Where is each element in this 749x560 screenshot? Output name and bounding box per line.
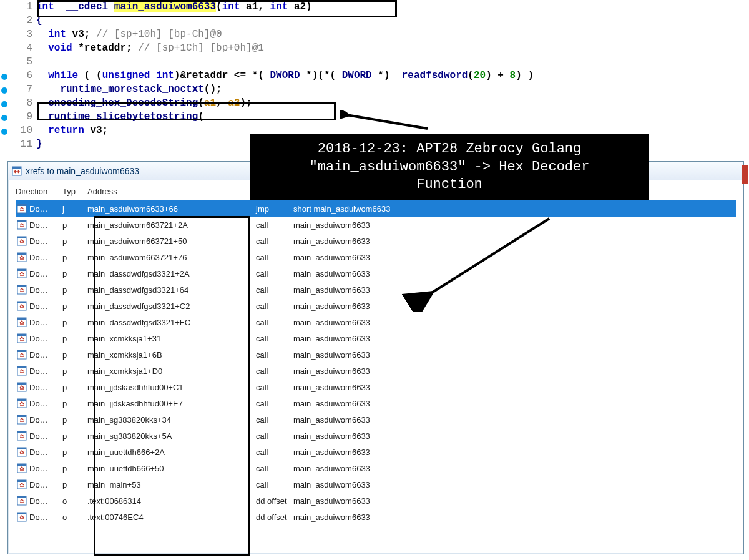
code-line[interactable]: 3 int v3; // [sp+10h] [bp-Ch]@0 xyxy=(0,27,749,41)
xref-instruction: call xyxy=(256,350,293,360)
xref-direction: Do… xyxy=(28,464,62,473)
svg-line-1 xyxy=(431,219,549,293)
line-number: 7 xyxy=(0,84,36,95)
xref-row-icon xyxy=(16,512,28,522)
xref-row-icon xyxy=(16,463,28,473)
xref-type: p xyxy=(62,464,87,473)
xref-address: main_sg383820kks+34 xyxy=(87,415,256,425)
xref-row-icon xyxy=(16,285,28,295)
code-line[interactable]: 4 void *retaddr; // [sp+1Ch] [bp+0h]@1 xyxy=(0,41,749,55)
code-text xyxy=(36,56,42,67)
xref-direction: Do… xyxy=(28,237,62,246)
xref-instruction: jmp xyxy=(256,204,293,214)
xref-instruction: call xyxy=(256,285,293,295)
code-line[interactable]: 6 while ( (unsigned int)&retaddr <= *(_D… xyxy=(0,69,749,82)
breakpoint-dot[interactable] xyxy=(1,74,7,80)
xrefs-row[interactable]: Do…pmain_xcmkksja1+D0callmain_asduiwom66… xyxy=(16,363,736,379)
xref-type: p xyxy=(62,237,87,246)
col-header-type[interactable]: Typ xyxy=(62,187,87,196)
line-number: 1 xyxy=(0,1,36,12)
breakpoint-dot[interactable] xyxy=(1,115,7,121)
xref-target: main_asduiwom6633 xyxy=(293,366,736,376)
xrefs-row[interactable]: Do…pmain_xcmkksja1+6Bcallmain_asduiwom66… xyxy=(16,346,736,363)
svg-rect-23 xyxy=(17,350,26,352)
xref-instruction: call xyxy=(256,269,293,278)
col-header-address[interactable]: Address xyxy=(87,187,256,196)
xref-type: j xyxy=(62,204,87,214)
annotation-line: "main_asduiwom6633" -> Hex Decoder xyxy=(258,159,640,177)
breakpoint-dot[interactable] xyxy=(1,129,7,135)
xref-direction: Do… xyxy=(28,334,62,343)
svg-rect-25 xyxy=(17,366,26,368)
xref-target: main_asduiwom6633 xyxy=(293,448,736,457)
xrefs-row[interactable]: Do…pmain_sg383820kks+34callmain_asduiwom… xyxy=(16,411,736,428)
svg-rect-29 xyxy=(17,399,26,401)
xrefs-row[interactable]: Do…pmain_jjdskasdhhfud00+E7callmain_asdu… xyxy=(16,395,736,411)
xref-address: main_xcmkksja1+6B xyxy=(87,350,256,360)
code-text: while ( (unsigned int)&retaddr <= *(_DWO… xyxy=(36,70,534,81)
xref-row-icon xyxy=(16,204,28,214)
xref-type: p xyxy=(62,220,87,230)
xrefs-row[interactable]: Do…pmain_uuettdh666+50callmain_asduiwom6… xyxy=(16,460,736,476)
xref-direction: Do… xyxy=(28,513,62,522)
xref-instruction: call xyxy=(256,220,293,230)
xref-row-icon xyxy=(16,268,28,278)
code-text: runtime_slicebytetostring( xyxy=(36,111,204,122)
xref-address: main_jjdskasdhhfud00+C1 xyxy=(87,383,256,392)
svg-rect-19 xyxy=(17,318,26,320)
annotation-line: 2018-12-23: APT28 Zebrocy Golang xyxy=(258,140,640,159)
xref-type: p xyxy=(62,366,87,376)
xref-direction: Do… xyxy=(28,318,62,327)
xref-target: main_asduiwom6633 xyxy=(293,383,736,392)
svg-rect-27 xyxy=(17,383,26,385)
window-close-sliver[interactable] xyxy=(742,165,748,184)
breakpoint-dot[interactable] xyxy=(1,101,7,107)
col-header-direction[interactable]: Direction xyxy=(16,187,62,196)
xrefs-row[interactable]: Do…pmain_dassdwdfgsd3321+FCcallmain_asdu… xyxy=(16,314,736,330)
svg-rect-41 xyxy=(17,496,26,498)
svg-rect-31 xyxy=(17,415,26,417)
line-number: 2 xyxy=(0,15,36,26)
xref-row-icon xyxy=(16,382,28,392)
svg-rect-35 xyxy=(17,448,26,449)
xref-address: main_uuettdh666+2A xyxy=(87,448,256,457)
annotation-arrow-1 xyxy=(340,110,434,135)
xref-target: main_asduiwom6633 xyxy=(293,415,736,425)
xref-direction: Do… xyxy=(28,366,62,376)
xref-row-icon xyxy=(16,479,28,489)
xrefs-row[interactable]: Do…pmain_main+53callmain_asduiwom6633 xyxy=(16,476,736,493)
xref-direction: Do… xyxy=(28,269,62,278)
xrefs-row[interactable]: Do…pmain_sg383820kks+5Acallmain_asduiwom… xyxy=(16,428,736,444)
xref-type: p xyxy=(62,480,87,489)
xref-instruction: call xyxy=(256,253,293,262)
code-line[interactable]: 1int __cdecl main_asduiwom6633(int a1, i… xyxy=(0,0,749,14)
code-text: runtime_morestack_noctxt(); xyxy=(36,84,222,95)
xrefs-row[interactable]: Do…pmain_jjdskasdhhfud00+C1callmain_asdu… xyxy=(16,379,736,395)
xref-target: main_asduiwom6633 xyxy=(293,496,736,506)
code-line[interactable]: 2{ xyxy=(0,14,749,27)
code-line[interactable]: 7 runtime_morestack_noctxt(); xyxy=(0,82,749,96)
breakpoint-dot[interactable] xyxy=(1,87,7,94)
code-text: return v3; xyxy=(36,125,108,136)
svg-rect-33 xyxy=(17,431,26,433)
xref-address: main_uuettdh666+50 xyxy=(87,464,256,473)
xref-instruction: dd offset xyxy=(256,496,293,506)
xref-direction: Do… xyxy=(28,285,62,295)
xref-row-icon xyxy=(16,431,28,441)
xref-target: main_asduiwom6633 xyxy=(293,480,736,489)
xrefs-row[interactable]: Do…o.text:00746EC4dd offsetmain_asduiwom… xyxy=(16,509,736,525)
xref-instruction: call xyxy=(256,480,293,489)
code-line[interactable]: 8 encoding_hex_DecodeString(a1, a2); xyxy=(0,96,749,110)
xrefs-row[interactable]: Do…o.text:00686314dd offsetmain_asduiwom… xyxy=(16,493,736,509)
xref-address: main_dassdwdfgsd3321+2A xyxy=(87,269,256,278)
xrefs-row[interactable]: Do…pmain_xcmkksja1+31callmain_asduiwom66… xyxy=(16,330,736,346)
code-line[interactable]: 5 xyxy=(0,55,749,69)
xref-instruction: call xyxy=(256,302,293,311)
xref-target: main_asduiwom6633 xyxy=(293,399,736,408)
xref-row-icon xyxy=(16,333,28,343)
xrefs-row[interactable]: Do…pmain_uuettdh666+2Acallmain_asduiwom6… xyxy=(16,444,736,460)
code-text: encoding_hex_DecodeString(a1, a2); xyxy=(36,97,252,109)
xref-address: main_asduiwom663721+76 xyxy=(87,253,256,262)
xref-address: main_asduiwom663721+50 xyxy=(87,237,256,246)
xref-type: p xyxy=(62,253,87,262)
